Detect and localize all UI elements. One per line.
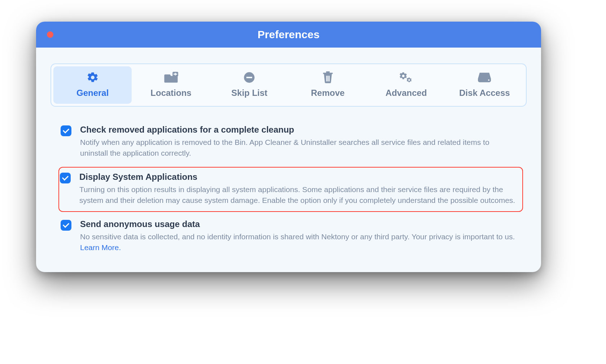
tab-label: Advanced xyxy=(386,88,427,98)
window-title: Preferences xyxy=(258,28,320,41)
svg-rect-6 xyxy=(327,76,328,81)
svg-rect-2 xyxy=(174,74,177,75)
trash-icon xyxy=(322,71,333,84)
option-text: Display System Applications Turning on t… xyxy=(79,172,517,206)
gear-icon xyxy=(87,71,99,84)
tab-label: Remove xyxy=(311,88,344,98)
learn-more-link[interactable]: Learn More. xyxy=(80,243,121,252)
checkbox-check-removed[interactable] xyxy=(61,125,71,136)
tab-label: Locations xyxy=(150,88,191,98)
option-desc: No sensitive data is collected, and no i… xyxy=(80,231,517,253)
minus-circle-icon xyxy=(243,71,255,84)
option-send-anonymous-data: Send anonymous usage data No sensitive d… xyxy=(59,214,522,259)
option-title: Send anonymous usage data xyxy=(80,219,517,229)
option-desc: Turning on this option results in displa… xyxy=(79,184,517,206)
tab-advanced[interactable]: Advanced xyxy=(367,66,445,104)
content-area: General Locations Skip List Remove xyxy=(36,48,541,272)
tab-disk-access[interactable]: Disk Access xyxy=(445,66,524,104)
close-button[interactable] xyxy=(47,31,53,38)
tab-skip-list[interactable]: Skip List xyxy=(210,66,289,104)
preferences-window: Preferences General Locations Skip Lis xyxy=(36,22,541,272)
option-desc: Notify when any application is removed t… xyxy=(80,137,517,159)
tab-label: General xyxy=(76,88,109,98)
checkbox-display-system-apps[interactable] xyxy=(60,173,71,183)
option-text: Send anonymous usage data No sensitive d… xyxy=(80,219,517,253)
tab-label: Skip List xyxy=(231,88,267,98)
option-title: Display System Applications xyxy=(79,172,517,182)
tab-locations[interactable]: Locations xyxy=(132,66,210,104)
tab-remove[interactable]: Remove xyxy=(289,66,367,104)
options-list: Check removed applications for a complet… xyxy=(50,120,527,259)
option-text: Check removed applications for a complet… xyxy=(80,125,517,159)
tab-label: Disk Access xyxy=(459,88,510,98)
gears-icon xyxy=(399,71,413,84)
option-check-removed: Check removed applications for a complet… xyxy=(59,120,522,165)
svg-point-8 xyxy=(488,79,489,81)
option-desc-text: No sensitive data is collected, and no i… xyxy=(80,232,515,241)
option-title: Check removed applications for a complet… xyxy=(80,125,517,135)
disk-icon xyxy=(478,71,491,84)
tab-bar: General Locations Skip List Remove xyxy=(50,63,527,107)
option-display-system-apps: Display System Applications Turning on t… xyxy=(58,167,523,212)
checkbox-send-anonymous-data[interactable] xyxy=(61,220,71,231)
svg-rect-4 xyxy=(246,77,252,78)
svg-rect-7 xyxy=(329,76,329,81)
svg-rect-5 xyxy=(326,76,327,81)
titlebar: Preferences xyxy=(36,22,541,48)
tab-general[interactable]: General xyxy=(53,66,132,104)
folder-plus-icon xyxy=(164,71,178,84)
